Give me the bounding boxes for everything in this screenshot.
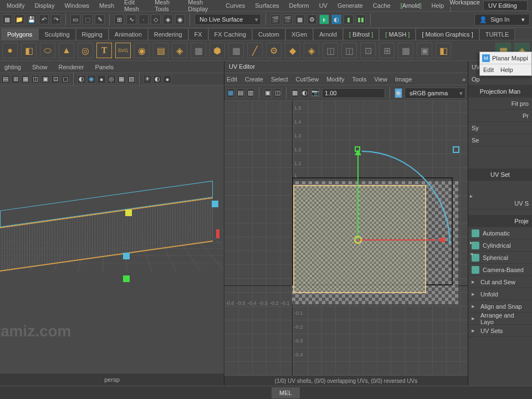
paint-icon[interactable]: ✎ (95, 14, 105, 24)
svg-icon[interactable]: SVG (115, 43, 131, 58)
render-view-icon[interactable]: ▮▮ (356, 14, 366, 24)
vp-tool4-icon[interactable]: ◫ (31, 75, 40, 84)
ipr-icon[interactable]: ▦ (295, 14, 305, 24)
tab-motiongraphics[interactable]: [ Motion Graphics ] (416, 28, 479, 40)
rp-cutsew[interactable]: Cut and Sew (468, 276, 532, 288)
light-icon[interactable]: ▮ (344, 14, 354, 24)
collapse2-icon[interactable]: ▸ (470, 239, 477, 246)
hypershade-icon[interactable]: ◐ (331, 14, 341, 24)
uv-menu-edit[interactable]: Edit (227, 76, 237, 83)
play-icon[interactable]: ⏵ (319, 14, 329, 24)
snap-curve-icon[interactable]: ∿ (126, 14, 136, 24)
rp-uvset-item[interactable]: UV S (514, 200, 529, 207)
menu-generate[interactable]: Generate (333, 1, 367, 11)
snap-view-icon[interactable]: ◈ (163, 14, 173, 24)
tab-turtle[interactable]: TURTLE (479, 28, 515, 40)
separate-icon[interactable]: ◫ (341, 43, 357, 58)
menu-windows[interactable]: Windows (60, 1, 94, 11)
menu-meshdisplay[interactable]: Mesh Display (183, 0, 220, 14)
snap-plane-icon[interactable]: ◇ (151, 14, 161, 24)
tab-mash[interactable]: [ MASH ] (379, 28, 416, 40)
vp-tool6-icon[interactable]: ⊡ (51, 75, 60, 84)
vp-tool7-icon[interactable]: ▢ (61, 75, 70, 84)
vp-shade4-icon[interactable]: ◎ (107, 75, 116, 84)
menu-deform[interactable]: Deform (285, 1, 314, 11)
uv-cam-icon[interactable]: 📷 (311, 88, 320, 98)
vp-tool3-icon[interactable]: ▦ (21, 75, 30, 84)
uv-blue-handle-icon[interactable] (453, 146, 459, 153)
rp-spherical[interactable]: Spherical (468, 252, 532, 264)
uv-grid3-icon[interactable]: ▥ (247, 88, 254, 98)
vp-shade2-icon[interactable]: ◉ (87, 75, 96, 84)
render2-icon[interactable]: 🎬 (283, 14, 293, 24)
cube-icon[interactable]: ◧ (21, 43, 37, 58)
viewport-canvas[interactable]: ramiz.com (0, 85, 224, 374)
vp-tool1-icon[interactable]: ▤ (1, 75, 10, 84)
menu-meshtools[interactable]: Mesh Tools (150, 0, 182, 14)
menu-help[interactable]: Help (427, 1, 449, 11)
mirror-icon[interactable]: ◧ (436, 43, 451, 58)
uv-menu-image[interactable]: Image (395, 76, 412, 83)
rp-automatic[interactable]: Automatic (468, 227, 532, 239)
soccer-icon[interactable]: ◆ (285, 43, 300, 58)
tab-animation[interactable]: Animation (109, 28, 148, 40)
z-handle-icon[interactable] (123, 275, 130, 282)
platonic-icon[interactable]: ◈ (172, 43, 187, 58)
torus-icon[interactable]: ◎ (78, 43, 93, 58)
vp-shade1-icon[interactable]: ◐ (77, 75, 86, 84)
uv-grid2-icon[interactable]: ▤ (237, 88, 244, 98)
rp-camera[interactable]: Camera-Based (468, 264, 532, 276)
vp-tool5-icon[interactable]: ▣ (41, 75, 50, 84)
vp-tool2-icon[interactable]: ⊞ (11, 75, 20, 84)
gear-icon[interactable]: ⚙ (266, 43, 282, 58)
helix-icon[interactable]: ╱ (247, 43, 263, 58)
rp-cylindrical[interactable]: Cylindrical (468, 239, 532, 252)
tab-arnold[interactable]: Arnold (313, 28, 343, 40)
rp-uvsets[interactable]: UV Sets (468, 325, 532, 337)
vp-renderer[interactable]: Renderer (57, 63, 86, 71)
menu-modify[interactable]: Modify (2, 1, 29, 11)
select-icon[interactable]: ▭ (70, 14, 80, 24)
scale-handle-icon[interactable] (212, 201, 218, 207)
scale-handle2-icon[interactable] (123, 253, 130, 259)
uv-red-handle-icon[interactable] (441, 238, 445, 242)
x-handle-icon[interactable] (216, 229, 219, 238)
lasso-icon[interactable]: ⬚ (83, 14, 93, 24)
disc-icon[interactable]: ◉ (134, 43, 150, 58)
plane-icon[interactable]: ▤ (153, 43, 168, 58)
uv-menu-tools[interactable]: Tools (352, 76, 367, 83)
boolean-icon[interactable]: ⊞ (379, 43, 395, 58)
menu-surfaces[interactable]: Surfaces (250, 1, 283, 11)
rp-projmani-header[interactable]: Projection Man (468, 85, 532, 98)
grid-icon[interactable]: ▦ (191, 43, 206, 58)
menu-editmesh[interactable]: Edit Mesh (120, 0, 149, 14)
pipe-icon[interactable]: ▦ (228, 43, 244, 58)
uv-checker-icon[interactable]: ▦ (291, 88, 299, 98)
signin-button[interactable]: 👤 Sign In ▾ (474, 14, 530, 25)
uv-dim-icon[interactable]: ◐ (301, 88, 309, 98)
tab-bifrost[interactable]: [ Bifrost ] (343, 28, 379, 40)
tab-polygons[interactable]: Polygons (1, 28, 38, 40)
uv-menu-create[interactable]: Create (245, 76, 263, 83)
uv-gamma-dropdown[interactable]: sRGB gamma (405, 88, 466, 99)
save-scene-icon[interactable]: 💾 (27, 14, 37, 24)
smooth-icon[interactable]: ▦ (398, 43, 413, 58)
popup-help[interactable]: Help (500, 66, 513, 73)
snap-grid-icon[interactable]: ⊞ (114, 14, 124, 24)
collapse-icon[interactable]: ▸ (470, 193, 477, 200)
menu-curves[interactable]: Curves (221, 1, 249, 11)
popup-edit[interactable]: Edit (483, 66, 494, 73)
tab-xgen[interactable]: XGen (285, 28, 313, 40)
uv-exposure-input[interactable] (322, 88, 385, 98)
menu-arnold[interactable]: [Arnold] (396, 1, 426, 11)
vp-shade5-icon[interactable]: ▦ (117, 75, 126, 84)
uv-frame1-icon[interactable]: ▣ (264, 88, 272, 98)
superellipse-icon[interactable]: ◈ (304, 43, 319, 58)
vp-panels[interactable]: Panels (93, 63, 116, 71)
reduce-icon[interactable]: ▣ (417, 43, 432, 58)
uv-menu-modify[interactable]: Modify (326, 76, 344, 83)
tab-custom[interactable]: Custom (252, 28, 285, 40)
live-surface-dropdown[interactable]: No Live Surface (195, 14, 261, 25)
uv-grid1-icon[interactable]: ▦ (227, 88, 234, 98)
menu-mesh[interactable]: Mesh (95, 1, 119, 11)
